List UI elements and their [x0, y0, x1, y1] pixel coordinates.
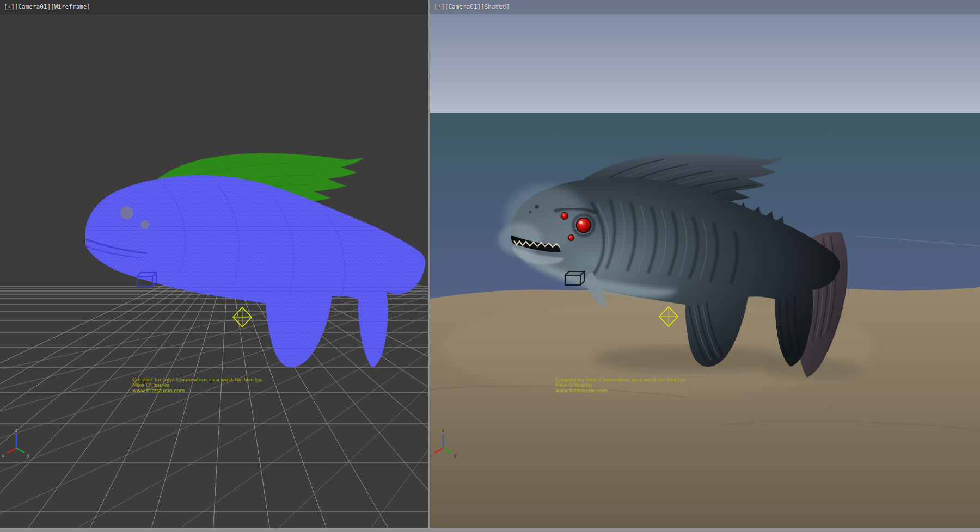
viewport-layout-border	[0, 528, 980, 532]
axis-y-label: y	[454, 453, 457, 458]
axis-z-label: z	[15, 428, 17, 433]
viewport-shading-mode[interactable]: [Wireframe]	[51, 3, 90, 10]
fish-eye-main	[577, 218, 591, 233]
watermark: Created for Intel Corporation as a work …	[132, 377, 263, 393]
shaded-scene: z x y	[430, 0, 980, 528]
watermark-line3: www.fritzstudio.com	[132, 388, 263, 393]
viewport-label: [+][Camera01][Wireframe]	[4, 4, 90, 10]
fish-eye-small-lower	[568, 235, 574, 241]
viewport-menu-button[interactable]: [+]	[434, 3, 445, 10]
viewport-menu-button[interactable]: [+]	[4, 3, 15, 10]
viewport-camera01-wireframe[interactable]: z x y [+][Camera01][Wireframe] Created f…	[0, 0, 428, 528]
wireframe-scene: z x y	[0, 0, 428, 528]
viewport-shading-mode[interactable]: [Shaded]	[481, 3, 510, 10]
viewport-camera01-shaded[interactable]: z x y [+][Camera01][Shaded] Created for …	[430, 0, 980, 528]
axis-x-label: x	[2, 453, 5, 459]
fish-nostril-1	[535, 205, 539, 209]
fish-eye-main-highlight	[579, 221, 583, 224]
viewport-camera-name[interactable]: [Camera01]	[15, 3, 51, 10]
viewport-label: [+][Camera01][Shaded]	[434, 4, 510, 10]
fish-nostril-2	[529, 211, 532, 214]
sky	[430, 0, 980, 114]
watermark: Created for Intel Corporation as a work …	[555, 377, 686, 393]
axis-x	[7, 448, 16, 453]
axis-y	[16, 448, 24, 453]
fish-body-mesh-texture	[85, 175, 425, 368]
watermark-line3: www.fritzstudio.com	[555, 388, 686, 393]
fish-eye-spot-small	[140, 220, 149, 229]
axis-z-label: z	[442, 428, 444, 433]
viewport-camera-name[interactable]: [Camera01]	[445, 3, 481, 10]
axis-y-label: y	[27, 453, 30, 458]
fish-eye-spot-large	[120, 206, 133, 219]
fish-model-wireframe[interactable]	[85, 153, 426, 368]
viewport-area: z x y [+][Camera01][Wireframe] Created f…	[0, 0, 980, 532]
fish-eye-small-upper	[561, 213, 568, 220]
world-axis-tripod: z x y	[2, 428, 30, 459]
